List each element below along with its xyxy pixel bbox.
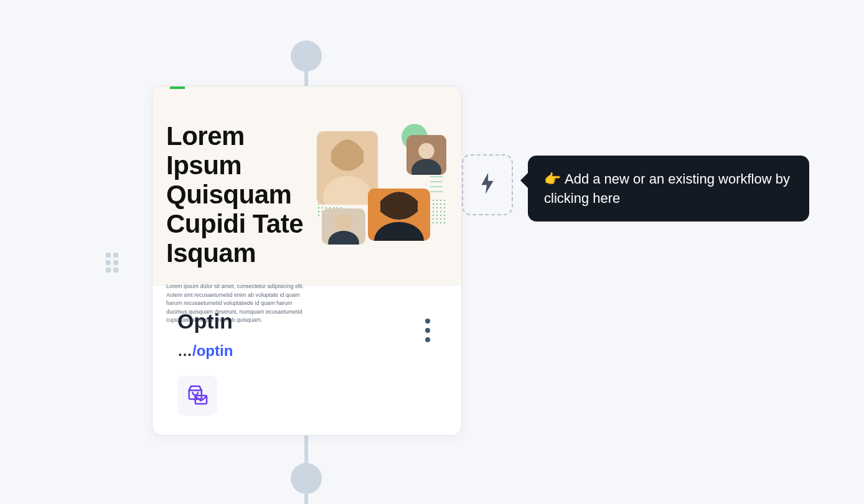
shopping-bag-mail-icon	[185, 382, 210, 409]
lightning-icon	[479, 173, 495, 197]
more-options-button[interactable]	[419, 315, 436, 345]
page-title: Optin	[177, 309, 436, 334]
pointing-right-icon: 👉	[544, 171, 561, 187]
thumbnail-heading: Lorem Ipsum Quisquam Cupidi Tate Isquam	[166, 121, 322, 268]
tooltip-text: Add a new or an existing workflow by cli…	[544, 171, 790, 206]
page-path-slug: /optin	[192, 342, 233, 359]
photo-icon	[406, 135, 446, 175]
svg-point-1	[323, 176, 372, 205]
svg-point-4	[418, 143, 434, 159]
drag-handle[interactable]	[106, 253, 121, 273]
photo-icon	[322, 208, 365, 245]
page-path-prefix: …	[177, 342, 192, 359]
kebab-dot	[425, 337, 430, 342]
page-card[interactable]: Lorem Ipsum Quisquam Cupidi Tate Isquam …	[152, 86, 462, 436]
thumbnail-accent-bar	[170, 86, 185, 89]
page-thumbnail: Lorem Ipsum Quisquam Cupidi Tate Isquam …	[153, 86, 461, 286]
add-workflow-tooltip: 👉Add a new or an existing workflow by cl…	[528, 156, 809, 222]
page-path[interactable]: …/optin	[177, 342, 436, 360]
svg-point-9	[374, 222, 424, 241]
add-workflow-node[interactable]	[462, 154, 513, 215]
svg-point-6	[335, 213, 352, 231]
svg-point-7	[328, 231, 359, 245]
thumbnail-photo-collage	[317, 124, 446, 242]
page-type-chip[interactable]	[177, 376, 217, 416]
kebab-dot	[425, 319, 430, 324]
photo-icon	[368, 189, 430, 241]
flow-connector-dot-bottom	[291, 463, 322, 494]
kebab-dot	[425, 328, 430, 333]
